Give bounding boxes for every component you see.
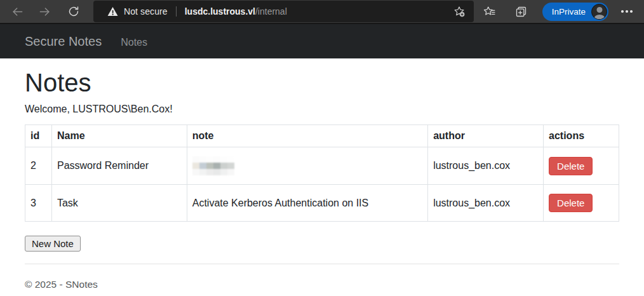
favorites-button[interactable] xyxy=(480,2,499,21)
add-favorite-button[interactable] xyxy=(450,2,469,21)
refresh-icon xyxy=(67,5,80,18)
cell-id: 3 xyxy=(25,185,52,222)
back-button[interactable] xyxy=(8,2,27,21)
cell-actions: Delete xyxy=(544,185,619,222)
not-secure-warning-icon xyxy=(107,6,118,17)
collections-icon xyxy=(514,5,528,18)
new-note-button[interactable]: New Note xyxy=(25,236,81,252)
brand-link[interactable]: Secure Notes xyxy=(25,34,102,49)
footer-text: © 2025 - SNotes xyxy=(25,264,619,290)
redacted-note-blur xyxy=(192,156,234,175)
avatar-head xyxy=(596,7,602,13)
column-header-actions: actions xyxy=(544,125,619,147)
cell-note: Activate Kerberos Authentication on IIS xyxy=(187,185,427,222)
ellipsis-icon xyxy=(621,10,624,13)
cell-actions: Delete xyxy=(544,147,619,185)
url-divider xyxy=(176,6,177,17)
collections-button[interactable] xyxy=(512,2,531,21)
page-title: Notes xyxy=(25,67,619,98)
site-navbar: Secure Notes Notes xyxy=(0,24,644,58)
cell-author: lustrous_ben.cox xyxy=(428,147,544,185)
main-content: Notes Welcome, LUSTROUS\Ben.Cox! id Name… xyxy=(17,58,627,290)
security-label: Not secure xyxy=(124,6,168,17)
avatar-body xyxy=(594,15,605,20)
favorites-star-icon xyxy=(483,5,496,18)
inprivate-badge[interactable]: InPrivate xyxy=(542,3,608,21)
delete-button[interactable]: Delete xyxy=(549,157,593,175)
profile-avatar xyxy=(591,4,607,20)
notes-table: id Name note author actions 2 Password R… xyxy=(25,124,619,222)
table-header-row: id Name note author actions xyxy=(25,125,619,147)
refresh-button[interactable] xyxy=(64,2,83,21)
back-icon xyxy=(11,6,23,18)
column-header-note: note xyxy=(187,125,427,147)
nav-link-notes[interactable]: Notes xyxy=(121,37,147,48)
delete-button[interactable]: Delete xyxy=(549,194,593,212)
table-row: 2 Password Reminder lustrous_ben.cox Del… xyxy=(25,147,619,185)
cell-author: lustrous_ben.cox xyxy=(428,185,544,222)
star-plus-icon xyxy=(453,5,466,18)
more-menu-button[interactable] xyxy=(617,2,636,21)
url-path: /internal xyxy=(255,6,287,17)
forward-button[interactable] xyxy=(35,2,54,21)
inprivate-label: InPrivate xyxy=(552,7,586,17)
column-header-author: author xyxy=(428,125,544,147)
welcome-text: Welcome, LUSTROUS\Ben.Cox! xyxy=(25,104,619,115)
column-header-name: Name xyxy=(51,125,187,147)
table-row: 3 Task Activate Kerberos Authentication … xyxy=(25,185,619,222)
forward-icon xyxy=(39,6,51,18)
column-header-id: id xyxy=(25,125,52,147)
cell-name: Task xyxy=(51,185,187,222)
cell-id: 2 xyxy=(25,147,52,185)
url-host: lusdc.lustrous.vl xyxy=(185,6,255,17)
cell-name: Password Reminder xyxy=(51,147,187,185)
address-bar[interactable]: Not secure lusdc.lustrous.vl/internal xyxy=(93,1,474,22)
cell-note xyxy=(187,147,427,185)
browser-toolbar: Not secure lusdc.lustrous.vl/internal In… xyxy=(0,0,644,24)
